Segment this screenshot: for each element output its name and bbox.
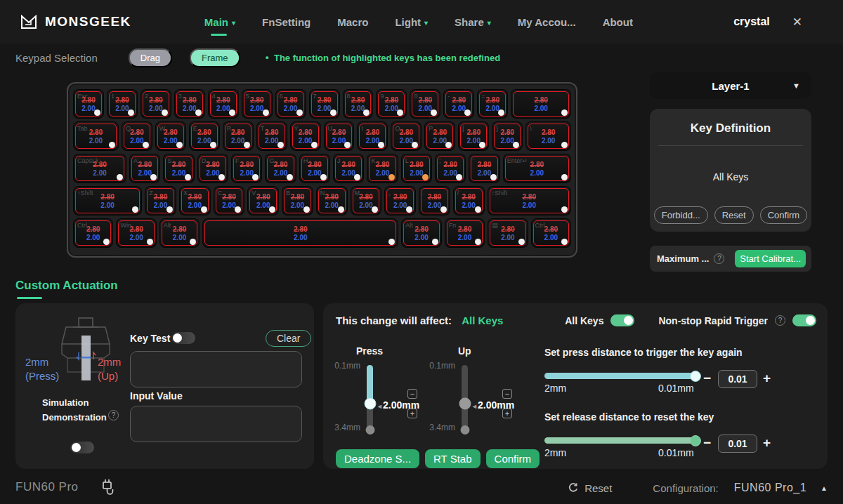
key-f[interactable]: F2.802.00 [232, 154, 261, 183]
clear-button[interactable]: Clear [266, 330, 311, 347]
help-icon[interactable]: ? [108, 410, 119, 420]
key-d[interactable]: D2.802.00 [198, 154, 228, 183]
release-distance-handle[interactable] [690, 435, 701, 446]
key-left-ctrl[interactable]: Ctrl2.802.00 [74, 219, 112, 247]
nav-item-fnsetting[interactable]: FnSetting [262, 16, 311, 28]
release-distance-value-input[interactable] [718, 435, 757, 453]
key-e[interactable]: E2.802.00 [190, 122, 219, 150]
key-u[interactable]: U2.802.00 [325, 122, 354, 150]
key-3[interactable]: 32.802.00 [175, 90, 204, 118]
key-m[interactable]: M2.802.00 [351, 187, 381, 215]
key-7[interactable]: 72.802.00 [310, 90, 339, 118]
key-0[interactable]: 02.802.00 [410, 90, 440, 118]
key-y[interactable]: Y2.802.00 [291, 122, 320, 150]
up-minus-stepper[interactable]: − [502, 389, 512, 399]
key-key[interactable]: =2.802.00 [478, 90, 507, 118]
key-t[interactable]: T2.802.00 [257, 122, 287, 150]
nav-item-light[interactable]: Light▾ [395, 16, 428, 28]
key-comma[interactable]: ,2.802.00 [385, 187, 415, 215]
key-4[interactable]: 42.802.00 [209, 90, 238, 118]
up-slider-handle[interactable] [459, 397, 471, 409]
press-distance-handle[interactable] [690, 371, 701, 382]
key-k[interactable]: K2.802.00 [367, 154, 397, 183]
press-minus-stepper[interactable]: − [407, 389, 417, 399]
frame-button[interactable]: Frame [190, 48, 240, 67]
key-test-toggle[interactable] [171, 332, 195, 344]
key-l[interactable]: L2.802.00 [402, 154, 431, 183]
key-key[interactable]: [2.802.00 [459, 122, 488, 150]
key-backslash[interactable]: \2.802.00 [526, 122, 570, 150]
nav-item-share[interactable]: Share▾ [455, 16, 491, 28]
key-win[interactable]: Win2.802.00 [117, 219, 155, 247]
key-q[interactable]: Q2.802.00 [122, 122, 152, 150]
rapid-trigger-toggle[interactable] [792, 314, 816, 326]
key-8[interactable]: 82.802.00 [344, 90, 373, 118]
key-b[interactable]: B2.802.00 [282, 187, 313, 215]
key-z[interactable]: Z2.802.00 [145, 187, 176, 215]
drag-button[interactable]: Drag [129, 48, 172, 67]
confirm-button[interactable]: Confirm [486, 449, 540, 468]
key-menu[interactable]: ▤2.802.00 [488, 219, 527, 247]
input-value-field[interactable] [130, 406, 302, 442]
nav-item-about[interactable]: About [603, 16, 633, 28]
press-slider-handle[interactable] [364, 397, 376, 409]
key-j[interactable]: J2.802.00 [334, 154, 363, 183]
release-distance-plus-button[interactable]: + [763, 436, 771, 449]
nav-item-my-accou[interactable]: My Accou... [518, 16, 576, 28]
close-icon[interactable]: ✕ [792, 15, 802, 29]
keydef-confirm-button[interactable]: Confirm [760, 206, 808, 224]
key-n[interactable]: N2.802.00 [317, 187, 347, 215]
keydef-reset-button[interactable]: Reset [714, 206, 754, 224]
key-v[interactable]: V2.802.00 [248, 187, 278, 215]
nav-item-main[interactable]: Main▾ [204, 16, 235, 28]
key-p[interactable]: P2.802.00 [425, 122, 455, 150]
key-semicolon[interactable]: ;2.802.00 [436, 154, 465, 183]
key-esc[interactable]: Esc2.802.00 [74, 90, 103, 118]
key-x[interactable]: X2.802.00 [180, 187, 210, 215]
all-keys-toggle[interactable] [610, 314, 634, 326]
key-r[interactable]: R2.802.00 [223, 122, 253, 150]
simulation-demo-toggle[interactable] [70, 442, 94, 453]
key-o[interactable]: O2.802.00 [391, 122, 421, 150]
up-slider-track[interactable] [462, 365, 468, 432]
nav-item-macro[interactable]: Macro [337, 16, 368, 28]
key-s[interactable]: S2.802.00 [164, 154, 193, 183]
release-distance-track[interactable] [544, 437, 699, 444]
reset-control[interactable]: Reset [568, 482, 612, 494]
key-5[interactable]: 52.802.00 [242, 90, 272, 118]
press-distance-minus-button[interactable]: − [703, 371, 711, 385]
key-tab[interactable]: Tab2.802.00 [74, 122, 118, 150]
key-h[interactable]: H2.802.00 [300, 154, 329, 183]
key-2[interactable]: 22.802.00 [141, 90, 171, 118]
key-space[interactable]: 2.802.00 [203, 219, 398, 247]
key-9[interactable]: 92.802.00 [377, 90, 406, 118]
key-g[interactable]: G2.802.00 [266, 154, 295, 183]
user-name[interactable]: crystal [733, 15, 770, 28]
key-left-alt[interactable]: Alt2.802.00 [160, 219, 199, 247]
press-distance-track[interactable] [544, 373, 699, 379]
configuration-value[interactable]: FUN60 Pro_1 [734, 482, 806, 494]
press-distance-value-input[interactable] [718, 370, 757, 388]
rt-stab-button[interactable]: RT Stab [425, 449, 480, 468]
key-right-shift[interactable]: ↑Shift2.802.00 [488, 187, 571, 215]
deadzone-s-button[interactable]: Deadzone S... [336, 449, 419, 468]
press-plus-stepper[interactable]: + [407, 409, 417, 418]
key-i[interactable]: I2.802.00 [358, 122, 387, 150]
key-quote[interactable]: '2.802.00 [469, 154, 499, 183]
release-distance-minus-button[interactable]: − [703, 436, 711, 449]
up-plus-stepper[interactable]: + [502, 409, 512, 418]
key-fn[interactable]: Fn2.802.00 [445, 219, 484, 247]
key-1[interactable]: 12.802.00 [107, 90, 137, 118]
start-calibration-button[interactable]: Start Calibrat... [735, 250, 806, 267]
key-right-ctrl[interactable]: Ctrl2.802.00 [532, 219, 570, 247]
key-enter[interactable]: Enter↵2.802.00 [504, 154, 570, 183]
keydef-forbidd-button[interactable]: Forbidd... [654, 206, 708, 224]
key-left-shift[interactable]: ↑Shift2.802.00 [74, 187, 141, 215]
help-icon[interactable]: ? [775, 315, 785, 326]
press-slider-track[interactable] [367, 365, 373, 432]
key-6[interactable]: 62.802.00 [276, 90, 306, 118]
key-capslk[interactable]: CapsLk2.802.00 [74, 154, 126, 183]
key-key[interactable]: ]2.802.00 [492, 122, 522, 150]
press-distance-plus-button[interactable]: + [763, 371, 771, 385]
key-a[interactable]: A2.802.00 [130, 154, 159, 183]
